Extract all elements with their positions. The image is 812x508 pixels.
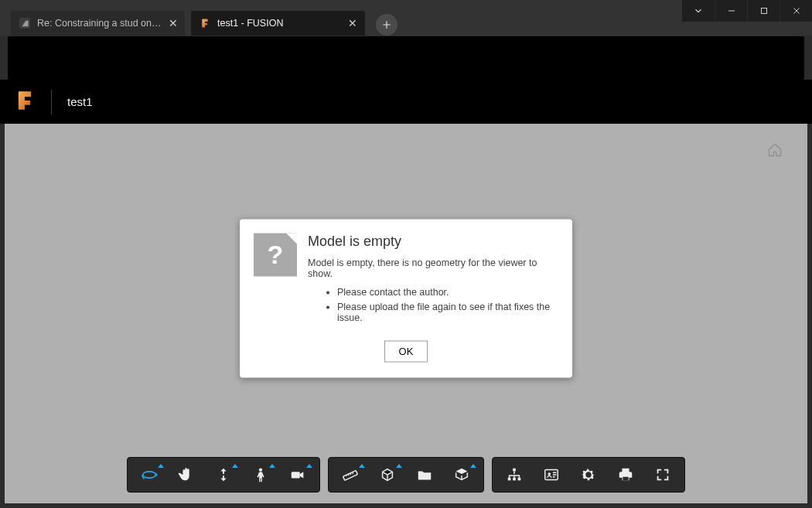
tree-button[interactable]: [496, 461, 533, 489]
home-icon: [767, 142, 783, 158]
orbit-icon: [141, 466, 158, 483]
dialog-message: Model is empty, there is no geometry for…: [308, 257, 558, 278]
ruler-icon: [342, 466, 359, 483]
new-tab-button[interactable]: [376, 14, 397, 36]
viewer-toolbar: [127, 457, 685, 493]
browser-tabs: Re: Constraining a stud on a wall ✕ test…: [0, 0, 397, 36]
ok-button[interactable]: OK: [384, 340, 428, 362]
fullscreen-button[interactable]: [644, 461, 681, 489]
maximize-icon: [759, 6, 769, 15]
settings-button[interactable]: [570, 461, 607, 489]
title-bar: Re: Constraining a stud on a wall ✕ test…: [0, 0, 812, 36]
svg-rect-1: [761, 9, 766, 14]
camera-icon: [289, 466, 306, 483]
tab-label: test1 - FUSION: [217, 18, 340, 29]
chevron-down-icon: [693, 5, 704, 16]
section-button[interactable]: [369, 461, 406, 489]
toolbar-group: [492, 457, 685, 493]
printer-icon: [617, 466, 634, 483]
dialog-bullets: Please contact the author. Please upload…: [322, 286, 558, 322]
question-file-icon: [254, 233, 297, 276]
fusion-logo-icon: [199, 17, 211, 29]
close-icon[interactable]: ✕: [168, 17, 179, 29]
print-button[interactable]: [607, 461, 644, 489]
gear-icon: [580, 466, 597, 483]
window-controls: [682, 0, 812, 22]
cube-open-icon: [453, 466, 470, 483]
person-icon: [252, 466, 269, 483]
window-dropdown-button[interactable]: [682, 0, 715, 22]
camera-button[interactable]: [279, 461, 316, 489]
window-minimize-button[interactable]: [715, 0, 747, 22]
svg-rect-0: [728, 11, 735, 12]
separator: [51, 90, 52, 114]
dialog-title: Model is empty: [308, 233, 558, 249]
window-close-button[interactable]: [780, 0, 812, 22]
document-name: test1: [67, 95, 93, 108]
model-empty-dialog: Model is empty Model is empty, there is …: [240, 219, 572, 377]
tree-icon: [506, 466, 523, 483]
home-view-button[interactable]: [767, 142, 783, 161]
app-window: Re: Constraining a stud on a wall ✕ test…: [0, 0, 812, 508]
measure-button[interactable]: [332, 461, 369, 489]
hand-icon: [178, 466, 195, 483]
cube-slice-icon: [379, 466, 396, 483]
pan-button[interactable]: [168, 461, 205, 489]
window-maximize-button[interactable]: [747, 0, 780, 22]
tab-forum-post[interactable]: Re: Constraining a stud on a wall ✕: [11, 11, 185, 36]
zoom-vert-icon: [215, 466, 232, 483]
dialog-bullet: Please contact the author.: [337, 286, 558, 297]
toolbar-group: [328, 457, 484, 493]
orbit-button[interactable]: [131, 461, 168, 489]
fusion-logo-icon: [14, 90, 36, 114]
document-bar: test1: [0, 80, 812, 124]
folder-icon: [416, 466, 433, 483]
zoom-button[interactable]: [205, 461, 242, 489]
minimize-icon: [727, 6, 736, 15]
plus-icon: [381, 19, 392, 30]
walk-button[interactable]: [242, 461, 279, 489]
expand-icon: [654, 466, 671, 483]
close-icon: [792, 6, 801, 15]
toolbar-group: [127, 457, 320, 493]
dialog-bullet: Please upload the file again to see if t…: [337, 301, 558, 322]
ribbon-placeholder: [8, 36, 804, 80]
model-browser-button[interactable]: [443, 461, 480, 489]
tab-label: Re: Constraining a stud on a wall: [37, 18, 162, 29]
close-icon[interactable]: ✕: [346, 17, 359, 29]
tab-favicon-autodesk: [19, 17, 31, 29]
viewer-canvas[interactable]: Model is empty Model is empty, there is …: [5, 124, 807, 503]
id-card-icon: [543, 466, 560, 483]
properties-button[interactable]: [533, 461, 570, 489]
explode-button[interactable]: [406, 461, 443, 489]
tab-fusion-viewer[interactable]: test1 - FUSION ✕: [191, 11, 365, 36]
